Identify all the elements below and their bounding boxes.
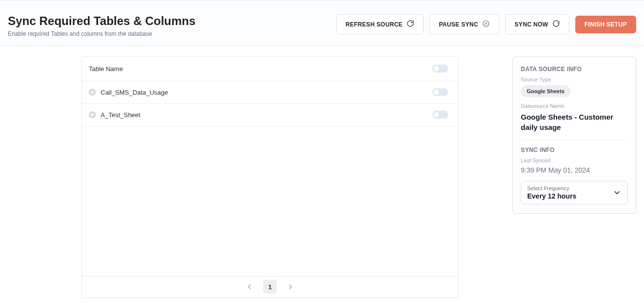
table-empty-area: [82, 126, 458, 276]
divider: [521, 139, 628, 140]
table-name-cell: Call_SMS_Data_Usage: [101, 89, 168, 96]
refresh-icon: [406, 20, 414, 29]
sync-now-button[interactable]: SYNC NOW: [505, 14, 569, 34]
refresh-source-label: REFRESH SOURCE: [346, 21, 402, 28]
sync-now-label: SYNC NOW: [514, 21, 548, 28]
info-panel: DATA SOURCE INFO Source Type Google Shee…: [512, 56, 636, 214]
prev-page-button[interactable]: [243, 281, 255, 293]
table-header-row: Table Name: [82, 57, 458, 81]
finish-setup-button[interactable]: FINISH SETUP: [575, 16, 636, 33]
frequency-value: Every 12 hours: [527, 192, 576, 200]
page-number[interactable]: 1: [263, 280, 277, 294]
table-row: A_Test_Sheet: [82, 104, 458, 126]
datasource-name-label: Datasource Name: [521, 103, 628, 109]
svg-point-0: [483, 21, 489, 26]
sync-info-heading: SYNC INFO: [521, 147, 628, 153]
row-toggle[interactable]: [432, 111, 448, 119]
expand-row-icon[interactable]: [89, 111, 96, 118]
sync-icon: [552, 20, 560, 29]
page-subtitle: Enable required Tables and columns from …: [8, 30, 195, 37]
page-body: Table Name Call_SMS_Data_Usage A_Test_Sh…: [0, 46, 644, 303]
row-toggle[interactable]: [432, 88, 448, 96]
tables-panel: Table Name Call_SMS_Data_Usage A_Test_Sh…: [81, 56, 458, 298]
frequency-label: Select Frequency: [527, 185, 576, 191]
page-title: Sync Required Tables & Columns: [8, 14, 195, 28]
info-heading: DATA SOURCE INFO: [521, 66, 628, 73]
pause-sync-label: PAUSE SYNC: [439, 21, 478, 28]
table-header-label: Table Name: [89, 65, 123, 73]
source-type-label: Source Type: [521, 76, 628, 82]
expand-row-icon[interactable]: [89, 89, 96, 96]
last-synced-label: Last Synced: [521, 157, 628, 163]
finish-setup-label: FINISH SETUP: [585, 21, 627, 28]
frequency-select[interactable]: Select Frequency Every 12 hours: [521, 181, 628, 204]
page-header: Sync Required Tables & Columns Enable re…: [0, 0, 644, 46]
refresh-source-button[interactable]: REFRESH SOURCE: [336, 14, 424, 34]
table-row: Call_SMS_Data_Usage: [82, 81, 458, 104]
table-name-cell: A_Test_Sheet: [101, 111, 140, 119]
last-synced-value: 9:39 PM May 01, 2024: [521, 166, 628, 174]
pagination: 1: [82, 276, 458, 298]
toggle-all[interactable]: [432, 65, 448, 73]
datasource-name-value: Google Sheets - Customer daily usage: [521, 112, 628, 132]
next-page-button[interactable]: [285, 281, 296, 293]
header-actions: REFRESH SOURCE PAUSE SYNC SYNC NOW FINIS…: [336, 14, 636, 34]
chevron-down-icon: [613, 188, 621, 197]
pause-sync-button[interactable]: PAUSE SYNC: [429, 14, 499, 34]
source-type-chip: Google Sheets: [521, 85, 570, 97]
pause-icon: [482, 20, 490, 29]
